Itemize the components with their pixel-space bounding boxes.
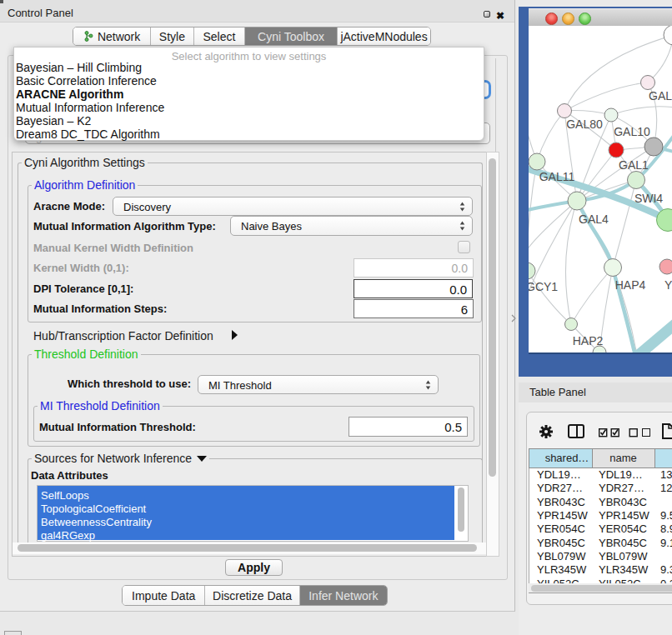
svg-text:Y: Y (664, 278, 672, 292)
svg-text:GAL7: GAL7 (649, 89, 672, 102)
svg-text:GAL1: GAL1 (619, 158, 649, 172)
svg-text:HAP2: HAP2 (573, 334, 604, 348)
svg-text:GAL10: GAL10 (614, 125, 650, 138)
svg-text:GCY1: GCY1 (529, 280, 558, 293)
svg-text:GAL80: GAL80 (566, 118, 603, 131)
svg-text:HAP4: HAP4 (615, 278, 646, 292)
svg-text:SWI4: SWI4 (634, 192, 663, 205)
svg-text:GAL4: GAL4 (579, 212, 609, 226)
svg-text:GAL11: GAL11 (539, 170, 575, 183)
